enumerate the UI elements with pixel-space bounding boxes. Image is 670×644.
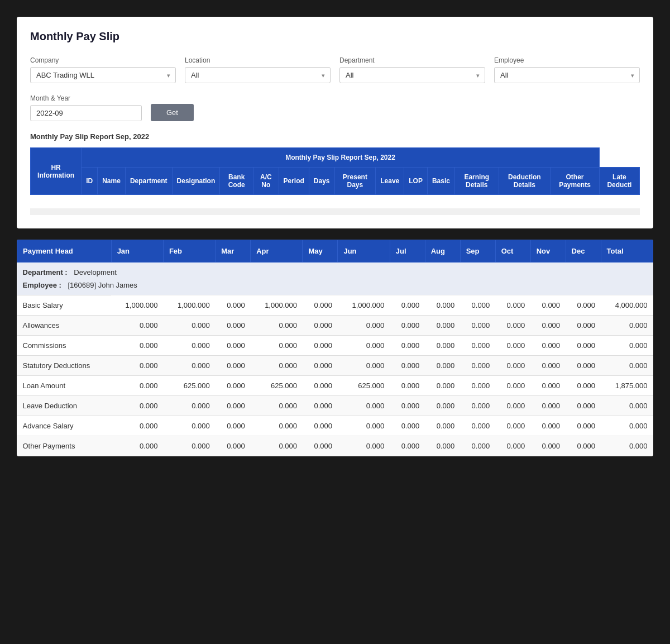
- month-year-label: Month & Year: [30, 94, 142, 102]
- main-table-wrapper[interactable]: HR Information Monthly Pay Slip Report S…: [30, 147, 640, 215]
- location-select[interactable]: All: [185, 67, 331, 83]
- row-jun: 1,000.000: [338, 295, 390, 315]
- row-jul: 0.000: [390, 436, 425, 456]
- row-may: 0.000: [303, 375, 338, 395]
- row-feb: 0.000: [163, 315, 215, 335]
- row-dec: 0.000: [566, 335, 601, 355]
- row-dec: 0.000: [566, 295, 601, 315]
- th-nov: Nov: [530, 240, 566, 262]
- row-mar: 0.000: [216, 315, 251, 335]
- row-oct: 0.000: [495, 375, 530, 395]
- row-dec: 0.000: [566, 395, 601, 416]
- col-id: ID: [82, 168, 98, 195]
- row-aug: 0.000: [425, 335, 460, 355]
- th-feb: Feb: [163, 240, 215, 262]
- dept-row: Department : Development: [23, 268, 648, 276]
- row-mar: 0.000: [216, 335, 251, 355]
- row-jan: 0.000: [111, 395, 163, 416]
- location-label: Location: [185, 56, 331, 64]
- th-apr: Apr: [251, 240, 303, 262]
- row-aug: 0.000: [425, 315, 460, 335]
- th-jun: Jun: [338, 240, 390, 262]
- dept-employee-cell: Department : Development Employee : [160…: [17, 262, 653, 295]
- detail-table-header-row: Payment Head Jan Feb Mar Apr May Jun Jul…: [17, 240, 653, 262]
- col-late-deducti: Late Deducti: [599, 168, 639, 195]
- row-jun: 0.000: [338, 335, 390, 355]
- row-may: 0.000: [303, 335, 338, 355]
- emp-row: Employee : [160689] John James: [23, 281, 648, 289]
- row-aug: 0.000: [425, 375, 460, 395]
- row-jul: 0.000: [390, 295, 425, 315]
- row-jul: 0.000: [390, 335, 425, 355]
- department-select[interactable]: All: [339, 67, 485, 83]
- row-nov: 0.000: [530, 295, 566, 315]
- row-aug: 0.000: [425, 436, 460, 456]
- hr-info-header: HR Information: [31, 148, 82, 195]
- row-label: Other Payments: [17, 436, 112, 456]
- row-mar: 0.000: [216, 375, 251, 395]
- company-select[interactable]: ABC Trading WLL: [30, 67, 176, 83]
- detail-table: Payment Head Jan Feb Mar Apr May Jun Jul…: [17, 240, 653, 456]
- row-sep: 0.000: [460, 416, 495, 436]
- row-sep: 0.000: [460, 315, 495, 335]
- page-title: Monthly Pay Slip: [30, 30, 640, 43]
- row-jul: 0.000: [390, 315, 425, 335]
- report-subtitle: Monthly Pay Slip Report Sep, 2022: [30, 132, 640, 141]
- row-dec: 0.000: [566, 416, 601, 436]
- row-jan: 0.000: [111, 315, 163, 335]
- department-label: Department: [339, 56, 485, 64]
- col-earning-details: Earning Details: [454, 168, 499, 195]
- row-jun: 0.000: [338, 315, 390, 335]
- row-sep: 0.000: [460, 335, 495, 355]
- col-name: Name: [98, 168, 126, 195]
- th-mar: Mar: [216, 240, 251, 262]
- row-total: 0.000: [601, 355, 653, 375]
- row-mar: 0.000: [216, 295, 251, 315]
- col-lop: LOP: [404, 168, 428, 195]
- row-oct: 0.000: [495, 295, 530, 315]
- col-leave: Leave: [376, 168, 404, 195]
- th-oct: Oct: [495, 240, 530, 262]
- th-aug: Aug: [425, 240, 460, 262]
- month-year-row: Month & Year Get: [30, 94, 640, 121]
- table-row: Commissions0.0000.0000.0000.0000.0000.00…: [17, 335, 653, 355]
- row-apr: 0.000: [251, 436, 303, 456]
- report-title-header: Monthly Pay Slip Report Sep, 2022: [82, 148, 600, 168]
- row-dec: 0.000: [566, 436, 601, 456]
- row-nov: 0.000: [530, 395, 566, 416]
- row-sep: 0.000: [460, 355, 495, 375]
- row-oct: 0.000: [495, 315, 530, 335]
- employee-select[interactable]: All: [494, 67, 640, 83]
- row-oct: 0.000: [495, 395, 530, 416]
- month-year-input[interactable]: [30, 105, 142, 121]
- row-sep: 0.000: [460, 375, 495, 395]
- row-aug: 0.000: [425, 395, 460, 416]
- row-total: 0.000: [601, 416, 653, 436]
- col-bank-code: Bank Code: [220, 168, 253, 195]
- row-total: 0.000: [601, 436, 653, 456]
- row-total: 0.000: [601, 335, 653, 355]
- row-apr: 0.000: [251, 395, 303, 416]
- row-label: Leave Deduction: [17, 395, 112, 416]
- row-apr: 1,000.000: [251, 295, 303, 315]
- row-may: 0.000: [303, 315, 338, 335]
- row-oct: 0.000: [495, 436, 530, 456]
- row-feb: 0.000: [163, 436, 215, 456]
- horizontal-scrollbar[interactable]: [30, 208, 640, 215]
- row-sep: 0.000: [460, 395, 495, 416]
- row-may: 0.000: [303, 295, 338, 315]
- row-aug: 0.000: [425, 416, 460, 436]
- table-row: Leave Deduction0.0000.0000.0000.0000.000…: [17, 395, 653, 416]
- col-designation: Designation: [172, 168, 220, 195]
- row-may: 0.000: [303, 395, 338, 416]
- row-jan: 1,000.000: [111, 295, 163, 315]
- table-row: Basic Salary1,000.0001,000.0000.0001,000…: [17, 295, 653, 315]
- th-payment-head: Payment Head: [17, 240, 112, 262]
- get-button[interactable]: Get: [151, 104, 194, 121]
- row-dec: 0.000: [566, 375, 601, 395]
- table-row: Advance Salary0.0000.0000.0000.0000.0000…: [17, 416, 653, 436]
- row-feb: 0.000: [163, 355, 215, 375]
- row-may: 0.000: [303, 355, 338, 375]
- emp-value: [160689] John James: [68, 281, 137, 289]
- row-jan: 0.000: [111, 355, 163, 375]
